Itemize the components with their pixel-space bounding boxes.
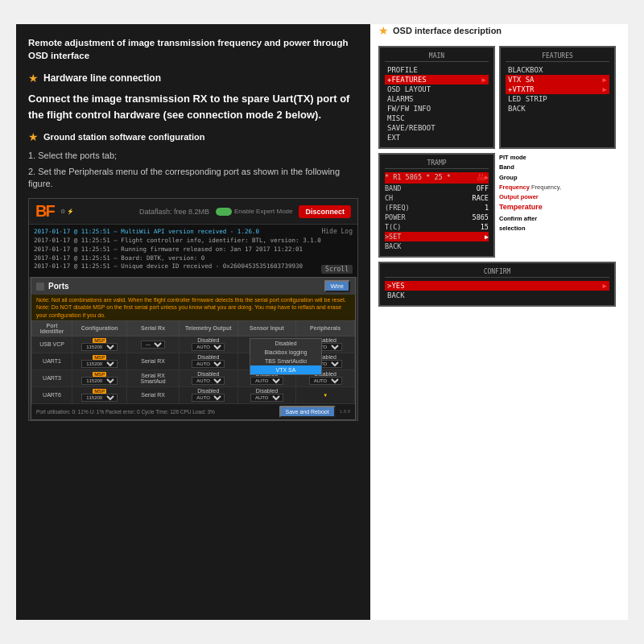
serial-usbvcp: — xyxy=(127,336,180,353)
hardware-star-icon: ★ xyxy=(28,72,39,85)
feature-ledstrip[interactable]: LED STRIP xyxy=(506,94,609,104)
tramp-back-row[interactable]: BACK xyxy=(385,242,489,251)
col-config: Configuration xyxy=(72,320,127,336)
peripherals-dropdown[interactable]: Disabled Blackbox logging TBS SmartAudio… xyxy=(250,338,322,375)
config-uart1: MSP 115200 xyxy=(72,353,127,369)
osd-item-fwinfo[interactable]: FW/FW INFO xyxy=(385,104,489,114)
main-osd-screen: MAIN PROFILE +FEATURES ▶ OSD LAYOUT ALAR… xyxy=(378,46,495,149)
col-telemetry: Telemetry Output xyxy=(179,320,237,336)
osd-item-ext[interactable]: EXT xyxy=(385,133,489,142)
features-osd-screen: FEATURES BLACKBOX VTX SA ▶ +VTXTR ▶ LED … xyxy=(499,46,616,149)
auto-sen-uart3[interactable]: AUTO xyxy=(250,377,283,385)
expert-mode-toggle[interactable] xyxy=(216,208,232,216)
save-reboot-button[interactable]: Save and Reboot xyxy=(279,406,336,418)
serial-uart3: Serial RX SmartAud xyxy=(127,369,180,386)
serialrx-usbvcp[interactable]: — xyxy=(141,341,165,349)
osd-item-alarms[interactable]: ALARMS xyxy=(385,94,489,104)
ports-footer: Port utilisation: 0: 11% U: 1% Packet er… xyxy=(31,404,355,419)
ports-title: Ports xyxy=(48,282,69,291)
expert-mode-label: Enable Expert Mode xyxy=(216,208,293,216)
serial-uart1: Serial RX xyxy=(127,353,180,369)
feature-blackbox[interactable]: BLACKBOX xyxy=(506,65,609,75)
osd-header: ★ OSD interface description xyxy=(378,24,616,37)
tramp-osd-screen: TRAMP * R1 5865 * 25 * 品▶ BAND OFF CH RA… xyxy=(378,153,495,258)
baud-usbvcp[interactable]: 115200 xyxy=(81,343,118,351)
confirm-back[interactable]: BACK xyxy=(385,291,609,300)
port-utilization: Port utilisation: 0: 11% U: 1% Packet er… xyxy=(36,409,215,415)
feature-vtxsa[interactable]: VTX SA ▶ xyxy=(506,75,609,85)
osd-item-layout[interactable]: OSD LAYOUT xyxy=(385,85,489,94)
dropdown-item-tbs[interactable]: TBS SmartAudio xyxy=(250,357,321,365)
wire-button[interactable]: Wire xyxy=(324,280,350,292)
osd-item-profile[interactable]: PROFILE xyxy=(385,65,489,75)
vtxtr-arrow: ▶ xyxy=(603,85,607,93)
hardware-description: Connect the image transmission RX to the… xyxy=(28,91,358,122)
log-line-2: 2017-01-17 @ 11:25:51 – Flight controlle… xyxy=(34,237,353,245)
hide-log-button[interactable]: Hide Log xyxy=(321,228,353,235)
step2: 2. Set the Peripherals menu of the corre… xyxy=(28,166,358,191)
screens-row-1: MAIN PROFILE +FEATURES ▶ OSD LAYOUT ALAR… xyxy=(378,46,616,149)
confirm-yes[interactable]: >YES ▶ xyxy=(385,281,609,291)
baud-uart1[interactable]: 115200 xyxy=(81,360,118,368)
auto-sen-uart6[interactable]: AUTO xyxy=(250,394,283,402)
osd-title: OSD interface description xyxy=(393,26,502,35)
auto-tel-uart3[interactable]: AUTO xyxy=(192,377,225,385)
vtxsa-arrow: ▶ xyxy=(603,76,607,84)
telemetry-usbvcp: Disabled AUTO xyxy=(179,336,237,353)
note-output-power: Output power xyxy=(499,192,561,201)
auto-tel-usbvcp[interactable]: AUTO xyxy=(192,343,225,351)
ports-panel: Ports Wire Note: Not all combinations ar… xyxy=(31,277,356,419)
main-container: Remote adjustment of image transmission … xyxy=(0,0,644,644)
disconnect-button[interactable]: Disconnect xyxy=(299,205,351,218)
auto-per-uart3[interactable]: AUTO xyxy=(309,377,342,385)
osd-item-features[interactable]: +FEATURES ▶ xyxy=(385,75,489,85)
screens-grid: MAIN PROFILE +FEATURES ▶ OSD LAYOUT ALAR… xyxy=(378,46,616,307)
bf-logo: BF xyxy=(35,202,54,221)
baud-uart3[interactable]: 115200 xyxy=(81,377,118,385)
auto-tel-uart1[interactable]: AUTO xyxy=(192,360,225,368)
note-confirm: Confirm after xyxy=(499,214,561,223)
dataflash-text: Dataflash: free 8.2MB xyxy=(139,208,209,216)
auto-tel-uart6[interactable]: AUTO xyxy=(192,394,225,402)
tramp-freq-row: (FREQ) 1 xyxy=(385,203,489,213)
osd-item-save[interactable]: SAVE/REBOOT xyxy=(385,123,489,133)
sensor-uart6: Disabled AUTO xyxy=(237,386,296,403)
footer-right: Save and Reboot 1.8.9 xyxy=(279,406,350,418)
ports-header: Ports Wire xyxy=(31,278,355,295)
dropdown-item-disabled[interactable]: Disabled xyxy=(250,339,321,348)
note-group: Group xyxy=(499,173,561,182)
features-arrow: ▶ xyxy=(482,76,486,84)
tramp-notes: PIT mode Band Group Frequency Frequency, xyxy=(499,153,561,233)
scroll-button[interactable]: Scroll xyxy=(321,265,353,274)
feature-back[interactable]: BACK xyxy=(506,104,609,114)
feature-vtxtr[interactable]: +VTXTR ▶ xyxy=(506,85,609,94)
col-port: Port Identifier xyxy=(32,320,72,336)
dropdown-item-vtx[interactable]: VTX SA xyxy=(250,365,321,374)
hardware-section-header: ★ Hardware line connection xyxy=(28,72,358,85)
yes-arrow: ▶ xyxy=(603,282,607,290)
col-peripherals: Peripherals xyxy=(296,320,355,336)
topbar: BF ⚙ ⚡ Dataflash: free 8.2MB Enable Expe… xyxy=(29,199,357,225)
software-star-icon: ★ xyxy=(28,130,39,143)
tramp-set-row[interactable]: >SET ▶ xyxy=(385,232,489,242)
baud-uart6[interactable]: 115200 xyxy=(81,394,118,402)
table-row: UART6 MSP 115200 Serial RX Disabled AUTO… xyxy=(32,386,355,403)
left-panel: Remote adjustment of image transmission … xyxy=(16,24,370,620)
telemetry-uart6: Disabled AUTO xyxy=(179,386,237,403)
log-area: Hide Log 2017-01-17 @ 11:25:51 – MultiWi… xyxy=(29,225,357,277)
tramp-screen-title: TRAMP xyxy=(385,159,489,169)
note-pit-mode: PIT mode xyxy=(499,153,561,162)
osd-item-misc[interactable]: MISC xyxy=(385,114,489,123)
note-selection: selection xyxy=(499,224,561,233)
note-temperature: Temperature xyxy=(499,202,561,213)
screenshot-container: BF ⚙ ⚡ Dataflash: free 8.2MB Enable Expe… xyxy=(28,198,358,420)
hardware-title: Hardware line connection xyxy=(43,72,161,84)
col-sensor: Sensor Input xyxy=(237,320,296,336)
version-text: 1.8.9 xyxy=(340,409,350,414)
tramp-tc-row: T(C) 15 xyxy=(385,222,489,232)
log-line-5: 2017-01-17 @ 11:25:51 – Unique device ID… xyxy=(34,262,353,270)
dropdown-item-blackbox[interactable]: Blackbox logging xyxy=(250,348,321,357)
telemetry-uart3: Disabled AUTO xyxy=(179,369,237,386)
config-uart3: MSP 115200 xyxy=(72,369,127,386)
topbar-right: Dataflash: free 8.2MB Enable Expert Mode… xyxy=(139,205,351,218)
